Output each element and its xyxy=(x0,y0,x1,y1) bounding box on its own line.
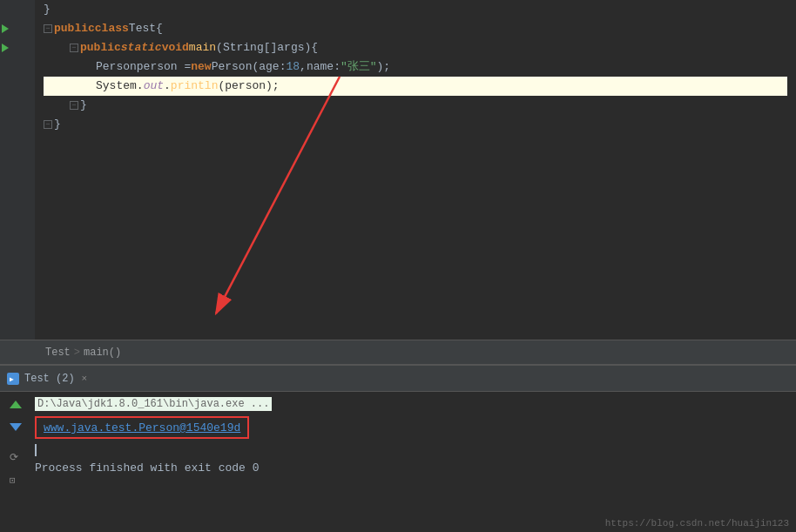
code-line-3: − public static void main ( String [] ar… xyxy=(44,38,787,57)
watermark: https://blog.csdn.net/huaijin123 xyxy=(605,518,789,529)
line-num-1 xyxy=(0,0,35,19)
console-tab-close[interactable]: × xyxy=(82,374,88,384)
editor-area: } − public class Test { − public static … xyxy=(0,0,796,340)
scroll-up-button[interactable] xyxy=(7,395,24,413)
reload-button[interactable]: ⟳ xyxy=(7,448,24,465)
code-line-6: − } xyxy=(44,96,787,115)
console-output: ⟳ ⊡ D:\Java\jdk1.8.0_161\bin\java.exe ..… xyxy=(0,392,796,477)
java-exe-text: D:\Java\jdk1.8.0_161\bin\java.exe ... xyxy=(35,397,272,411)
console-tab-icon: ▶ xyxy=(7,373,19,385)
breadcrumb-sep: > xyxy=(74,347,80,359)
line-num-4 xyxy=(0,57,35,77)
result-line: www.java.test.Person@1540e19d xyxy=(35,413,796,442)
breadcrumb-file: Test xyxy=(45,347,71,359)
console-tab-bar: ▶ Test (2) × xyxy=(0,366,796,392)
cursor-line xyxy=(35,442,796,458)
stop-button[interactable]: ⊡ xyxy=(7,470,24,488)
code-line-5: System . out . println (person); xyxy=(44,77,787,96)
up-arrow-icon xyxy=(10,401,22,408)
terminal-icon: ▶ xyxy=(9,374,17,383)
line-num-7 xyxy=(0,115,35,134)
line-num-6 xyxy=(0,96,35,115)
run-icon-1[interactable] xyxy=(0,19,10,38)
svg-text:▶: ▶ xyxy=(10,375,14,383)
console-tab-label: Test (2) xyxy=(24,373,75,385)
scroll-down-button[interactable] xyxy=(7,418,24,435)
code-line-4: Person person = new Person ( age : 18 , … xyxy=(44,57,787,77)
line-num-2 xyxy=(0,19,35,38)
run-icon-2[interactable] xyxy=(0,38,10,57)
exit-text: Process finished with exit code 0 xyxy=(35,461,259,475)
exit-line: Process finished with exit code 0 xyxy=(35,458,796,477)
svg-text:⟳: ⟳ xyxy=(10,452,18,462)
collapse-icon-4[interactable]: − xyxy=(44,120,52,129)
line-num-5 xyxy=(0,77,35,96)
code-line-7: − } xyxy=(44,115,787,134)
code-line-2: − public class Test { xyxy=(44,19,787,38)
collapse-icon-2[interactable]: − xyxy=(70,44,78,52)
collapse-icon-1[interactable]: − xyxy=(44,24,52,33)
reload-icon: ⟳ xyxy=(10,450,22,462)
line-numbers xyxy=(0,0,35,340)
console-side-buttons: ⟳ ⊡ xyxy=(0,392,31,488)
java-exe-line: D:\Java\jdk1.8.0_161\bin\java.exe ... xyxy=(35,392,796,413)
down-arrow-icon xyxy=(10,423,22,431)
cursor-blink xyxy=(35,444,37,456)
result-link[interactable]: www.java.test.Person@1540e19d xyxy=(44,421,240,434)
svg-text:⊡: ⊡ xyxy=(10,475,16,485)
stop-icon: ⊡ xyxy=(10,473,22,485)
breadcrumb-bar: Test > main() xyxy=(0,340,796,364)
code-content: } − public class Test { − public static … xyxy=(35,0,796,134)
collapse-icon-3[interactable]: − xyxy=(70,101,78,110)
console-area: ▶ Test (2) × ⟳ xyxy=(0,364,796,532)
line-num-3 xyxy=(0,38,35,57)
result-box: www.java.test.Person@1540e19d xyxy=(35,416,249,439)
code-line-1: } xyxy=(44,0,787,19)
breadcrumb-method: main() xyxy=(84,347,121,359)
